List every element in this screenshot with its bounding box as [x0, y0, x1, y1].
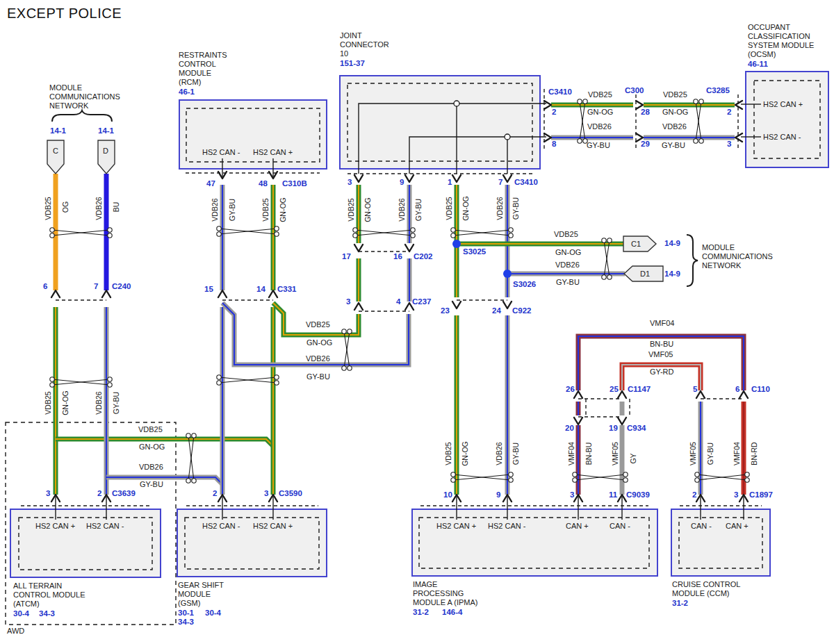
wire-color-label: GN-OG: [461, 441, 469, 466]
connector-id: C310B: [282, 179, 307, 188]
connector-id: C922: [512, 306, 532, 315]
connector-id: C240: [112, 282, 131, 291]
text-label: VMF05: [648, 350, 673, 359]
connector-id: C300: [625, 86, 644, 95]
connector-id: C3285: [706, 86, 730, 95]
text-label: VDB25: [306, 320, 330, 329]
text-label: (GSM): [178, 599, 200, 608]
pin-number: 47: [206, 179, 215, 188]
pin-number: 19: [609, 424, 618, 433]
wire-color-label: GN-OG: [61, 390, 70, 415]
text-label: SYSTEM MODULE: [748, 41, 814, 50]
pin-number: 3: [46, 489, 50, 498]
pin-number: 2: [97, 489, 101, 498]
connector-id: C934: [627, 424, 646, 433]
circuit-id-label: VDB26: [496, 197, 504, 220]
text-label: MODULE: [702, 243, 735, 252]
wire-color-label: BN-RD: [750, 442, 758, 465]
pin-number: 7: [94, 282, 98, 291]
diagram-title: EXCEPT POLICE: [7, 6, 122, 22]
text-label: GN-OG: [662, 108, 688, 117]
circuit-id-label: VDB25: [261, 198, 270, 221]
text-label: CONNECTOR: [340, 40, 389, 49]
pin-number: 9: [496, 490, 500, 499]
text-label: VDB25: [663, 90, 687, 99]
text-label: NETWORK: [702, 261, 741, 270]
pin-number: 8: [552, 140, 556, 149]
pin-number: 3: [348, 178, 352, 187]
text-label: GN-OG: [555, 248, 581, 257]
pin-number: 6: [735, 385, 739, 394]
signal-label: HS2 CAN +: [253, 148, 293, 157]
pin-number: 7: [498, 178, 502, 187]
connector-id: C1897: [749, 490, 773, 499]
wire-color-label: OG: [61, 201, 70, 213]
text-label: (OCSM): [748, 50, 776, 59]
circuit-id-label: VDB25: [347, 198, 355, 221]
pin-number: 2: [727, 108, 731, 117]
text-label: GY-BU: [556, 278, 580, 287]
page-ref: 30-4: [205, 609, 221, 618]
text-label: 10: [340, 49, 348, 58]
pin-number: 14: [256, 285, 265, 294]
pin-number: 11: [609, 490, 617, 499]
text-label: VDB25: [138, 425, 163, 434]
signal-label: CAN +: [726, 522, 749, 531]
text-label: GY-BU: [587, 141, 610, 150]
page-ref: 34-3: [39, 609, 55, 618]
pin-number: 3: [570, 490, 574, 499]
text-label: MODULE: [178, 590, 211, 599]
text-label: VDB26: [587, 122, 612, 131]
connector-id: C3410: [514, 178, 538, 187]
pin-number: 48: [259, 179, 268, 188]
pin-number: 3: [734, 490, 738, 499]
pin-number: 9: [400, 178, 404, 187]
connector-id: C202: [414, 252, 433, 261]
page-ref: 34-3: [178, 618, 194, 627]
pin-number: 4: [396, 297, 400, 306]
text-label: CONTROL MODULE: [13, 591, 85, 600]
text-label: D: [103, 147, 108, 156]
text-label: VDB25: [554, 230, 578, 239]
text-label: COMMUNICATIONS: [702, 252, 773, 261]
text-label: VMF04: [650, 319, 674, 328]
pin-number: 3: [727, 140, 731, 149]
pin-number: 10: [443, 490, 452, 499]
signal-label: CAN +: [566, 522, 589, 531]
wire-color-label: BN-BU: [584, 443, 593, 465]
circuit-id-label: VDB25: [444, 442, 452, 465]
connector-id: C3410: [548, 88, 572, 97]
wire-color-label: GY: [629, 453, 637, 463]
text-label: D1: [640, 270, 650, 279]
text-label: COMMUNICATIONS: [49, 92, 120, 101]
pin-number: 6: [43, 282, 47, 291]
pin-number: 2: [692, 490, 696, 499]
text-label: CONTROL: [179, 60, 216, 69]
page-ref: 14-1: [50, 126, 66, 135]
circuit-id-label: VDB26: [95, 197, 103, 220]
circuit-id-label: VMF04: [733, 442, 741, 465]
circuit-id-label: VMF05: [611, 442, 619, 465]
text-label: PROCESSING: [413, 589, 464, 598]
text-label: (ATCM): [13, 600, 40, 609]
pin-number: 24: [492, 306, 501, 315]
text-label: AWD: [7, 627, 24, 636]
text-label: (RCM): [179, 78, 201, 87]
pin-number: 15: [204, 285, 213, 294]
page-ref: 30-4: [13, 609, 29, 618]
text-label: BN-BU: [650, 340, 673, 349]
pin-number: 2: [213, 489, 217, 498]
diagram-labels-layer: EXCEPT POLICEMODULECOMMUNICATIONSNETWORK…: [0, 0, 834, 644]
pin-number: 3: [264, 489, 268, 498]
text-label: GY-BU: [662, 141, 685, 150]
page-ref: 46-1: [179, 88, 195, 97]
text-label: GN-OG: [139, 443, 165, 452]
page-ref: 14-9: [664, 239, 680, 248]
wire-color-label: GY-BU: [112, 392, 120, 414]
pin-number: 29: [641, 140, 650, 149]
circuit-id-label: VDB26: [95, 391, 103, 414]
signal-label: HS2 CAN +: [763, 100, 803, 109]
text-label: OCCUPANT: [748, 23, 790, 32]
text-label: GY-BU: [306, 372, 330, 381]
text-label: CLASSIFICATION: [748, 32, 810, 41]
